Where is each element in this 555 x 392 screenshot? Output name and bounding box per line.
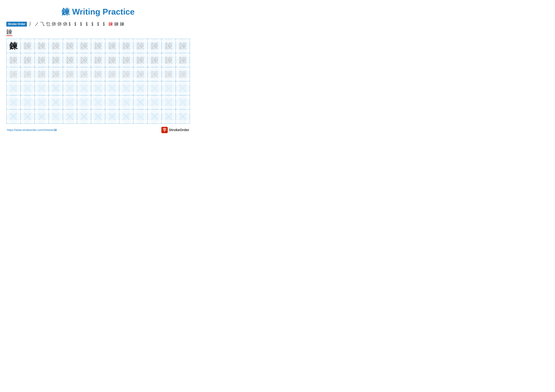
stroke-5: 㑊 <box>51 21 57 27</box>
grid-cell[interactable] <box>49 109 63 123</box>
grid-cell[interactable] <box>119 109 133 123</box>
grid-cell[interactable] <box>176 95 190 109</box>
practice-char: 鍊 <box>94 42 102 50</box>
grid-cell[interactable]: 鍊 <box>91 53 105 67</box>
grid-cell[interactable]: 鍊 <box>49 53 63 67</box>
grid-cell[interactable] <box>91 95 105 109</box>
stroke-14: 釒 <box>102 21 108 27</box>
grid-cell[interactable]: 鍊 <box>162 67 176 81</box>
grid-cell[interactable]: 鍊 <box>63 67 77 81</box>
grid-cell[interactable] <box>63 81 77 95</box>
grid-cell[interactable]: 鍊 <box>35 53 49 67</box>
grid-cell[interactable]: 鍊 <box>162 39 176 53</box>
grid-cell[interactable]: 鍊 <box>7 67 21 81</box>
grid-cell[interactable]: 鍊 <box>119 39 133 53</box>
grid-cell[interactable] <box>7 109 21 123</box>
grid-cell[interactable]: 鍊 <box>63 53 77 67</box>
grid-cell[interactable] <box>119 81 133 95</box>
grid-cell[interactable] <box>77 95 91 109</box>
grid-cell[interactable]: 鍊 <box>133 39 147 53</box>
grid-cell[interactable] <box>162 81 176 95</box>
grid-cell[interactable] <box>176 81 190 95</box>
grid-cell[interactable]: 鍊 <box>21 39 35 53</box>
grid-cell[interactable] <box>162 95 176 109</box>
stroke-1: 丿 <box>28 21 34 27</box>
grid-cell[interactable]: 鍊 <box>176 67 190 81</box>
grid-cell[interactable] <box>133 81 147 95</box>
grid-cell[interactable]: 鍊 <box>105 39 119 53</box>
grid-cell[interactable]: 鍊 <box>91 39 105 53</box>
grid-cell[interactable]: 鍊 <box>105 53 119 67</box>
grid-cell[interactable]: 鍊 <box>77 53 91 67</box>
grid-cell[interactable] <box>176 109 190 123</box>
practice-char: 鍊 <box>37 42 46 50</box>
grid-cell[interactable]: 鍊 <box>63 39 77 53</box>
practice-char: 鍊 <box>136 42 145 50</box>
grid-cell[interactable]: 鍊 <box>49 67 63 81</box>
practice-char: 鍊 <box>23 42 32 50</box>
grid-cell[interactable]: 鍊 <box>148 39 162 53</box>
grid-cell[interactable] <box>91 109 105 123</box>
grid-cell[interactable] <box>133 95 147 109</box>
grid-cell[interactable] <box>7 81 21 95</box>
grid-cell[interactable] <box>35 109 49 123</box>
grid-cell[interactable] <box>63 109 77 123</box>
stroke-12: 釒 <box>91 21 96 27</box>
grid-cell[interactable] <box>162 109 176 123</box>
grid-cell[interactable]: 鍊 <box>119 67 133 81</box>
footer-url[interactable]: https://www.strokeorder.com/chinese/鍊 <box>7 128 57 132</box>
grid-cell[interactable] <box>7 95 21 109</box>
grid-cell[interactable] <box>63 95 77 109</box>
practice-char: 鍊 <box>150 42 159 50</box>
practice-char: 鍊 <box>66 56 74 64</box>
grid-cell[interactable]: 鍊 <box>35 67 49 81</box>
grid-cell[interactable] <box>35 81 49 95</box>
grid-row <box>7 109 190 123</box>
grid-cell[interactable] <box>148 81 162 95</box>
grid-cell[interactable] <box>21 109 35 123</box>
grid-cell[interactable]: 鍊 <box>49 39 63 53</box>
grid-cell[interactable]: 鍊 <box>77 67 91 81</box>
grid-cell[interactable] <box>91 81 105 95</box>
grid-cell[interactable]: 鍊 <box>7 53 21 67</box>
grid-cell[interactable] <box>49 95 63 109</box>
brand-icon: 字 <box>161 127 168 133</box>
stroke-10: 釒 <box>80 21 85 27</box>
practice-char: 鍊 <box>122 70 130 78</box>
grid-cell[interactable] <box>105 95 119 109</box>
grid-cell[interactable] <box>119 95 133 109</box>
grid-cell[interactable] <box>148 109 162 123</box>
grid-cell[interactable] <box>21 81 35 95</box>
grid-cell[interactable]: 鍊 <box>176 53 190 67</box>
stroke-16: 鍊 <box>114 21 119 27</box>
final-char: 鍊 <box>6 28 12 36</box>
grid-cell[interactable]: 鍊 <box>119 53 133 67</box>
grid-cell[interactable] <box>105 109 119 123</box>
stroke-9: 釒 <box>74 21 79 27</box>
grid-cell[interactable]: 鍊 <box>176 39 190 53</box>
grid-cell[interactable]: 鍊 <box>91 67 105 81</box>
grid-cell[interactable] <box>77 109 91 123</box>
footer: https://www.strokeorder.com/chinese/鍊 字 … <box>6 127 190 133</box>
practice-char: 鍊 <box>52 56 60 64</box>
grid-cell[interactable]: 鍊 <box>148 53 162 67</box>
grid-cell[interactable]: 鍊 <box>133 53 147 67</box>
grid-cell[interactable] <box>105 81 119 95</box>
grid-cell[interactable]: 鍊 <box>105 67 119 81</box>
grid-cell[interactable]: 鍊 <box>35 39 49 53</box>
grid-cell[interactable]: 鍊 <box>133 67 147 81</box>
grid-cell[interactable]: 鍊 <box>77 39 91 53</box>
grid-cell[interactable] <box>21 95 35 109</box>
grid-cell[interactable] <box>35 95 49 109</box>
grid-cell[interactable]: 鍊 <box>21 53 35 67</box>
grid-cell[interactable]: 鍊 <box>21 67 35 81</box>
grid-cell[interactable]: 鍊 <box>148 67 162 81</box>
grid-cell[interactable]: 鍊 <box>7 39 21 53</box>
grid-cell[interactable] <box>133 109 147 123</box>
grid-cell[interactable] <box>49 81 63 95</box>
grid-cell[interactable] <box>77 81 91 95</box>
grid-cell[interactable]: 鍊 <box>162 53 176 67</box>
practice-grid: 鍊鍊鍊鍊鍊鍊鍊鍊鍊鍊鍊鍊鍊鍊鍊鍊鍊鍊鍊鍊鍊鍊鍊鍊鍊鍊鍊鍊鍊鍊鍊鍊鍊鍊鍊鍊鍊鍊鍊 <box>6 39 190 124</box>
grid-cell[interactable] <box>148 95 162 109</box>
stroke-7: 㑊 <box>63 21 68 27</box>
